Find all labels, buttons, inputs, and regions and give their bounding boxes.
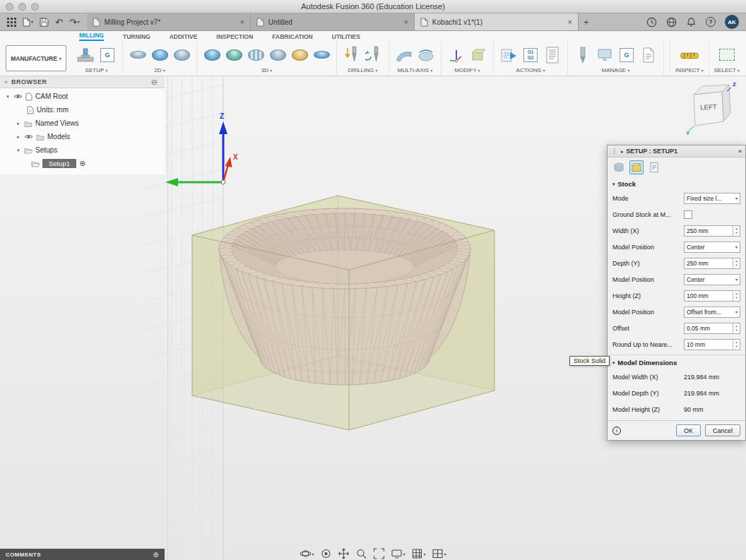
save-icon[interactable] — [40, 18, 49, 27]
app-grid-icon[interactable] — [7, 18, 16, 27]
group-label-3d[interactable]: 3D ▾ — [261, 67, 272, 74]
stepper[interactable]: ▴▾ — [733, 258, 740, 268]
window-controls[interactable] — [6, 3, 39, 11]
tab-fabrication[interactable]: FABRICATION — [272, 33, 312, 41]
parallel-icon[interactable] — [246, 44, 266, 66]
zoom-icon[interactable] — [355, 548, 367, 559]
minimize-window-button[interactable] — [18, 3, 26, 11]
setup1-selected-label[interactable]: Setup1 — [42, 159, 76, 168]
info-icon[interactable]: i — [612, 427, 621, 435]
group-label-inspect[interactable]: INSPECT ▾ — [675, 67, 704, 74]
stepper[interactable]: ▴▾ — [733, 323, 740, 333]
ok-button[interactable]: OK — [676, 424, 701, 436]
group-label-modify[interactable]: MODIFY ▾ — [454, 67, 480, 74]
online-status-globe-icon[interactable] — [666, 17, 677, 28]
new-tab-button[interactable]: + — [579, 13, 594, 30]
ground-stock-checkbox[interactable] — [684, 210, 692, 219]
expand-comments-icon[interactable]: ⊕ — [153, 551, 159, 559]
stock-depth-input[interactable]: 250 mm▴▾ — [684, 258, 740, 269]
model-position-y-select[interactable]: Center▾ — [684, 274, 740, 285]
post-library-icon[interactable]: G — [617, 44, 637, 66]
redo-icon[interactable]: ↷▾ — [69, 18, 80, 27]
window-select-icon[interactable] — [717, 44, 737, 66]
browser-item-named-views[interactable]: ▸ Named Views — [0, 117, 165, 130]
origin-point[interactable] — [221, 180, 225, 184]
close-tab-icon[interactable]: × — [403, 18, 408, 26]
stock-transform-icon[interactable] — [468, 44, 488, 66]
orbit-icon[interactable]: ▾ — [300, 548, 314, 559]
tool-library-icon[interactable] — [573, 44, 593, 66]
browser-item-setup1[interactable]: Setup1 ⊕ — [0, 157, 165, 170]
setup-badge-icon[interactable]: ⊕ — [79, 160, 85, 167]
bore-icon[interactable] — [364, 44, 384, 66]
pocket-2d-icon[interactable] — [172, 44, 191, 66]
new-setup-icon[interactable] — [76, 44, 95, 66]
stock-body[interactable] — [192, 196, 495, 430]
workspace-selector[interactable]: MANUFACTURE ▾ — [6, 45, 66, 71]
zoom-window-button[interactable] — [31, 3, 39, 11]
minimize-browser-icon[interactable]: ⊖ — [151, 78, 158, 86]
tab-milling[interactable]: MILLING — [79, 32, 104, 41]
help-icon[interactable]: ? — [706, 17, 716, 27]
close-window-button[interactable] — [6, 3, 13, 11]
browser-item-setups[interactable]: ▾ Setups — [0, 143, 165, 157]
visibility-eye-icon[interactable] — [24, 133, 33, 140]
model-position-z-select[interactable]: Offset from...▾ — [684, 306, 740, 318]
group-label-select[interactable]: SELECT ▾ — [714, 67, 740, 74]
display-settings-icon[interactable]: ▾ — [391, 548, 405, 559]
dialog-header[interactable]: ⋮ ● SETUP : SETUP1 » — [608, 145, 745, 157]
collapse-browser-icon[interactable]: « — [4, 78, 8, 85]
drag-grip-icon[interactable]: ⋮ — [611, 148, 617, 155]
contour-icon[interactable] — [268, 44, 288, 66]
stepper[interactable]: ▴▾ — [733, 340, 740, 350]
document-tab-untitled[interactable]: Untitled × — [251, 13, 415, 30]
group-label-drilling[interactable]: DRILLING ▾ — [348, 67, 377, 74]
document-tab-milling-project[interactable]: Milling Project v7* × — [87, 13, 251, 30]
document-tab-kobachi[interactable]: Kobachi1 v1*(1) × — [415, 13, 579, 30]
fit-icon[interactable] — [373, 548, 384, 559]
spiral-icon[interactable] — [312, 44, 331, 66]
avatar[interactable]: AK — [725, 15, 739, 29]
post-process-icon[interactable] — [499, 44, 519, 66]
scallop-icon[interactable] — [290, 44, 309, 66]
measure-icon[interactable] — [680, 44, 699, 66]
tab-inspection[interactable]: INSPECTION — [216, 33, 253, 41]
stock-section-header[interactable]: ▾ Stock — [608, 177, 745, 190]
template-library-icon[interactable] — [639, 44, 658, 66]
group-label-manage[interactable]: MANAGE ▾ — [602, 67, 630, 74]
post-process-tab[interactable] — [647, 160, 661, 174]
machine-library-icon[interactable] — [595, 44, 615, 66]
look-at-icon[interactable] — [320, 548, 331, 559]
setup-sheet-icon[interactable] — [543, 44, 562, 66]
tab-turning[interactable]: TURNING — [123, 33, 150, 41]
round-up-input[interactable]: 10 mm▴▾ — [684, 339, 740, 350]
comments-bar[interactable]: COMMENTS ⊕ — [0, 549, 165, 560]
tab-utilities[interactable]: UTILITIES — [332, 33, 360, 41]
expand-caret-icon[interactable]: ▾ — [5, 94, 11, 100]
expand-caret-icon[interactable]: ▸ — [16, 134, 21, 140]
adaptive-clearing-icon[interactable] — [202, 44, 222, 66]
pan-icon[interactable] — [338, 548, 349, 559]
stock-tab[interactable] — [629, 160, 644, 174]
viewcube[interactable]: LEFT Y Z — [685, 78, 742, 140]
undo-icon[interactable]: ↶ — [55, 18, 63, 27]
stock-offset-input[interactable]: 0.05 mm▴▾ — [684, 323, 740, 334]
cancel-button[interactable]: Cancel — [705, 424, 740, 436]
notifications-bell-icon[interactable] — [686, 17, 697, 28]
multi-axis-contour-icon[interactable] — [416, 44, 436, 66]
expand-caret-icon[interactable]: ▸ — [16, 121, 21, 126]
expand-caret-icon[interactable]: ▾ — [16, 148, 21, 153]
browser-item-units[interactable]: Units: mm — [0, 103, 165, 117]
tab-additive[interactable]: ADDITIVE — [170, 33, 198, 41]
group-label-setup[interactable]: SETUP ▾ — [85, 67, 108, 74]
model-position-x-select[interactable]: Center▾ — [684, 242, 740, 253]
stock-height-input[interactable]: 100 mm▴▾ — [684, 290, 740, 302]
job-status-icon[interactable] — [646, 17, 657, 28]
setup-tab[interactable] — [612, 160, 626, 174]
close-tab-icon[interactable]: × — [239, 18, 244, 26]
model-dimensions-section-header[interactable]: ▾ Model Dimensions — [608, 355, 745, 369]
adaptive-2d-icon[interactable] — [150, 44, 170, 66]
browser-item-models[interactable]: ▸ Models — [0, 130, 165, 143]
grid-snaps-icon[interactable]: ▾ — [412, 548, 426, 559]
group-label-actions[interactable]: ACTIONS ▾ — [516, 67, 545, 74]
